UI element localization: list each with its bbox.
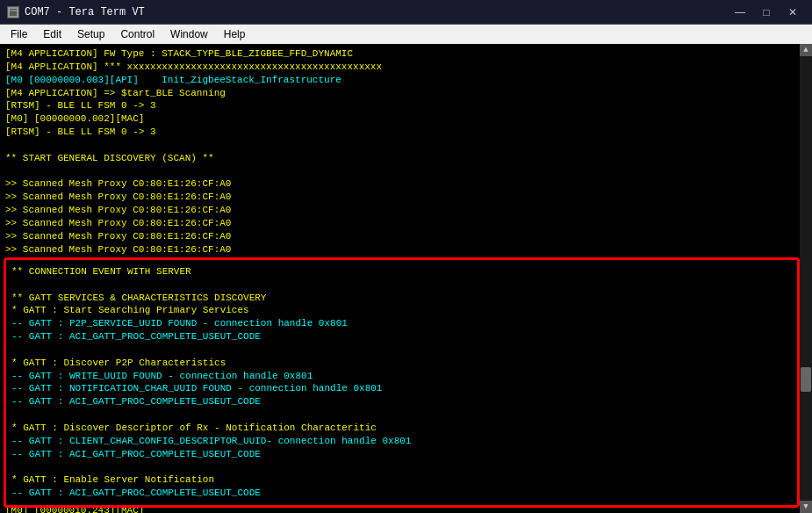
scroll-down-arrow[interactable]: ▼ [800,501,812,513]
scroll-track[interactable] [800,56,812,501]
menu-window[interactable]: Window [163,26,215,42]
svg-rect-0 [9,8,18,17]
scrollbar[interactable]: ▲ ▼ [800,44,812,513]
minimize-button[interactable]: — [728,4,752,21]
app-icon [7,6,19,18]
close-button[interactable]: ✕ [780,4,805,21]
title-bar: COM7 - Tera Term VT — □ ✕ [0,0,812,25]
title-bar-left: COM7 - Tera Term VT [7,6,145,18]
menu-edit[interactable]: Edit [36,26,68,42]
menu-file[interactable]: File [4,26,34,42]
menu-help[interactable]: Help [217,26,253,42]
connection-event-box: ** CONNECTION EVENT WITH SERVER ** GATT … [4,257,800,508]
menu-bar: File Edit Setup Control Window Help [0,25,812,44]
window-title: COM7 - Tera Term VT [25,6,145,18]
window-controls: — □ ✕ [728,4,805,21]
maximize-button[interactable]: □ [754,4,779,21]
scroll-thumb[interactable] [801,367,811,392]
redbox-content: ** CONNECTION EVENT WITH SERVER ** GATT … [11,265,792,500]
scroll-up-arrow[interactable]: ▲ [800,44,812,56]
menu-setup[interactable]: Setup [70,26,111,42]
menu-control[interactable]: Control [113,26,162,42]
terminal-window: [M4 APPLICATION] FW Type : STACK_TYPE_BL… [0,44,812,513]
